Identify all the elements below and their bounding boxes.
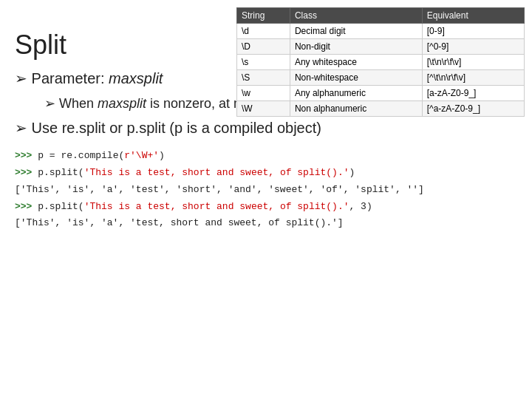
table-cell-string: \d <box>237 24 290 39</box>
table-cell-equivalent: [^a-zA-Z0-9_] <box>422 101 524 117</box>
table-cell-equivalent: [^\t\n\r\f\v] <box>422 70 524 86</box>
col-header-equivalent: Equivalent <box>422 8 524 24</box>
table-cell-class: Non alphanumeric <box>290 101 422 117</box>
table-cell-string: \S <box>237 70 290 86</box>
code-text-3: p.split( <box>38 201 83 212</box>
string-1: r'\W+' <box>124 150 159 161</box>
arrow-icon: ➢ <box>15 70 27 86</box>
code-text-1: p = re.compile( <box>38 150 124 161</box>
table-cell-equivalent: [^0-9] <box>422 39 524 55</box>
table-cell-string: \s <box>237 55 290 70</box>
regex-table: String Class Equivalent \dDecimal digit[… <box>236 7 525 117</box>
arrow-icon-2: ➢ <box>15 120 27 136</box>
table-cell-string: \W <box>237 101 290 117</box>
table-row: \dDecimal digit[0-9] <box>237 24 525 39</box>
prompt-3: >>> <box>15 201 38 212</box>
table-row: \sAny whitespace[\t\n\r\f\v] <box>237 55 525 70</box>
col-header-class: Class <box>290 8 422 24</box>
bullet-parameter-label: Parameter: maxsplit <box>32 70 163 86</box>
table-cell-class: Non-whitespace <box>290 70 422 86</box>
output-line-1: ['This', 'is', 'a', 'test', 'short', 'an… <box>15 183 517 198</box>
table-cell-class: Non-digit <box>290 39 422 55</box>
code-section: >>> p = re.compile(r'\W+') >>> p.split('… <box>15 149 517 231</box>
table-cell-class: Any whitespace <box>290 55 422 70</box>
output-text-2: ['This', 'is', 'a', 'test, short and swe… <box>15 217 344 228</box>
code-text-2: p.split( <box>38 167 83 178</box>
prompt-2: >>> <box>15 167 38 178</box>
code-line-2: >>> p.split('This is a test, short and s… <box>15 166 517 181</box>
string-3: 'This is a test, short and sweet, of spl… <box>84 201 349 212</box>
table-cell-string: \D <box>237 39 290 55</box>
table-cell-string: \w <box>237 86 290 101</box>
table-row: \wAny alphanumeric[a-zA-Z0-9_] <box>237 86 525 101</box>
code-line-3: >>> p.split('This is a test, short and s… <box>15 200 517 215</box>
table-row: \DNon-digit[^0-9] <box>237 39 525 55</box>
col-header-string: String <box>237 8 290 24</box>
table-cell-equivalent: [a-zA-Z0-9_] <box>422 86 524 101</box>
string-2: 'This is a test, short and sweet, of spl… <box>84 167 349 178</box>
code-line-1: >>> p = re.compile(r'\W+') <box>15 149 517 164</box>
table-cell-class: Any alphanumeric <box>290 86 422 101</box>
main-container: String Class Equivalent \dDecimal digit[… <box>0 0 532 399</box>
table-row: \SNon-whitespace[^\t\n\r\f\v] <box>237 70 525 86</box>
arrow-sub-icon: ➢ <box>44 96 55 111</box>
table-cell-class: Decimal digit <box>290 24 422 39</box>
prompt-1: >>> <box>15 150 38 161</box>
bullet-use-label: Use re.split or p.split (p is a compiled… <box>32 120 321 136</box>
output-line-2: ['This', 'is', 'a', 'test, short and swe… <box>15 216 517 231</box>
table-cell-equivalent: [\t\n\r\f\v] <box>422 55 524 70</box>
output-text-1: ['This', 'is', 'a', 'test', 'short', 'an… <box>15 184 424 195</box>
table-row: \WNon alphanumeric[^a-zA-Z0-9_] <box>237 101 525 117</box>
table-cell-equivalent: [0-9] <box>422 24 524 39</box>
table-container: String Class Equivalent \dDecimal digit[… <box>236 7 525 117</box>
bullet-use: ➢ Use re.split or p.split (p is a compil… <box>15 117 517 138</box>
